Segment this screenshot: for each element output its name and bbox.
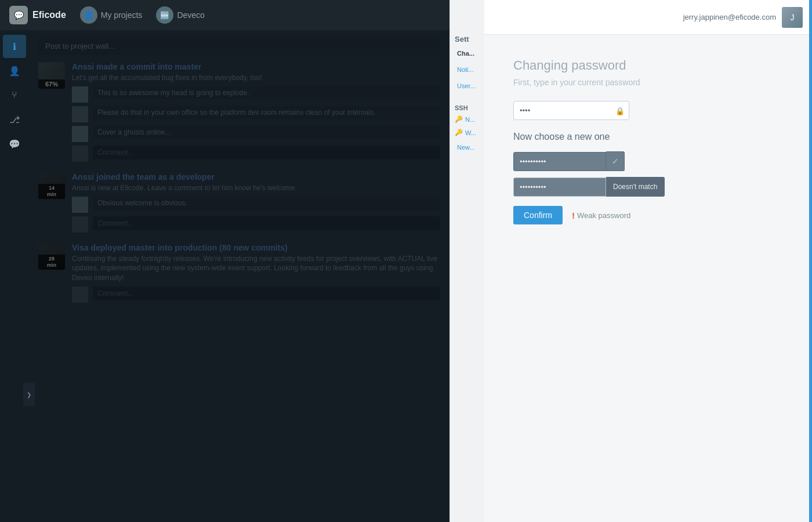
new-password-row: ✓ bbox=[513, 151, 783, 171]
key-icon-2: 🔑 bbox=[455, 129, 463, 136]
doesnt-match-badge: Doesn't match bbox=[606, 177, 665, 197]
weak-password-label: Weak password bbox=[577, 211, 630, 220]
nav-deveco[interactable]: 🆕 Deveco bbox=[156, 6, 204, 24]
nav-logo[interactable]: 💬 Eficode bbox=[9, 6, 66, 24]
weak-password-message: ! Weak password bbox=[572, 211, 630, 220]
current-password-input[interactable] bbox=[513, 101, 629, 120]
my-projects-icon: 👤 bbox=[80, 6, 97, 24]
confirm-password-input[interactable] bbox=[513, 177, 606, 197]
change-password-title: Changing password bbox=[513, 58, 783, 73]
nav-my-projects-label: My projects bbox=[101, 10, 143, 20]
ssh-key-2[interactable]: 🔑 W... bbox=[455, 127, 480, 138]
user-avatar: J bbox=[782, 7, 803, 28]
sidebar-item-user[interactable]: 👤 bbox=[3, 59, 26, 82]
ssh-section-label: SSH bbox=[455, 104, 480, 111]
settings-nav-change-password[interactable]: Cha... bbox=[455, 46, 480, 60]
new-password-input[interactable] bbox=[513, 152, 606, 171]
confirm-password-row: Doesn't match bbox=[513, 177, 783, 197]
change-password-form: Changing password First, type in your cu… bbox=[484, 35, 812, 522]
sidebar-item-chat[interactable]: 💬 bbox=[3, 132, 26, 155]
top-nav: 💬 Eficode 👤 My projects 🆕 Deveco bbox=[0, 0, 449, 30]
settings-header: Sett bbox=[455, 35, 469, 44]
nav-my-projects[interactable]: 👤 My projects bbox=[80, 6, 143, 24]
sidebar-item-branch[interactable]: ⑂ bbox=[3, 84, 26, 107]
exclamation-icon: ! bbox=[572, 211, 575, 220]
action-row: Confirm ! Weak password bbox=[513, 206, 783, 224]
left-panel: 💬 Eficode 👤 My projects 🆕 Deveco ℹ 👤 ⑂ ⎇… bbox=[0, 0, 449, 522]
new-password-section-label: Now choose a new one bbox=[513, 132, 783, 142]
change-password-subtitle: First, type in your current password bbox=[513, 78, 783, 87]
logo-icon: 💬 bbox=[9, 6, 28, 24]
app-name: Eficode bbox=[32, 10, 66, 20]
settings-nav-notifications[interactable]: Noti... bbox=[455, 63, 480, 77]
new-password-check: ✓ bbox=[606, 151, 625, 171]
settings-sidebar: Sett Cha... Noti... User... SSH 🔑 N... 🔑… bbox=[449, 0, 484, 522]
right-accent-bar bbox=[809, 0, 812, 522]
lock-icon: 🔒 bbox=[615, 106, 625, 115]
ssh-key-2-label: W... bbox=[465, 129, 476, 136]
settings-nav-user[interactable]: User... bbox=[455, 79, 480, 93]
confirm-button[interactable]: Confirm bbox=[513, 206, 563, 224]
left-overlay bbox=[0, 0, 449, 522]
ssh-new-link[interactable]: New... bbox=[455, 140, 480, 154]
right-header: jerry.jappinen@eficode.com J bbox=[484, 0, 812, 35]
sidebar-toggle[interactable]: ❯ bbox=[23, 383, 35, 406]
deveco-icon: 🆕 bbox=[156, 6, 173, 24]
ssh-key-1[interactable]: 🔑 N... bbox=[455, 114, 480, 125]
sidebar: ℹ 👤 ⑂ ⎇ 💬 ❯ bbox=[0, 30, 29, 522]
ssh-key-1-label: N... bbox=[465, 116, 475, 123]
user-avatar-img: J bbox=[782, 7, 803, 28]
key-icon-1: 🔑 bbox=[455, 115, 463, 123]
nav-deveco-label: Deveco bbox=[177, 10, 204, 20]
sidebar-item-info[interactable]: ℹ bbox=[3, 35, 26, 58]
user-email: jerry.jappinen@eficode.com bbox=[683, 13, 776, 21]
current-password-wrap: 🔒 bbox=[513, 101, 629, 120]
right-panel: jerry.jappinen@eficode.com J Changing pa… bbox=[484, 0, 812, 522]
sidebar-item-git[interactable]: ⎇ bbox=[3, 108, 26, 131]
doesnt-match-label: Doesn't match bbox=[613, 183, 657, 191]
